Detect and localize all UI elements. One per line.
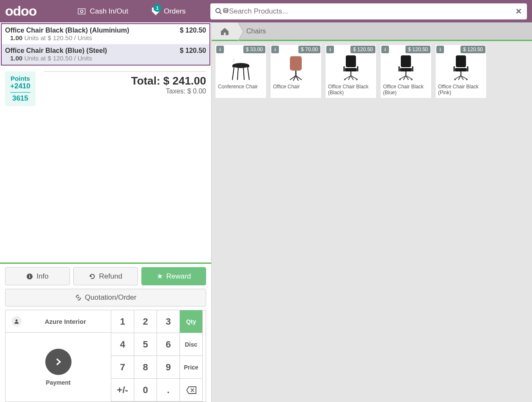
numpad-disc[interactable]: Disc <box>180 333 203 356</box>
svg-line-4 <box>220 12 221 14</box>
numpad-price[interactable]: Price <box>180 356 203 379</box>
product-name: Office Chair Black (Pink) <box>436 82 486 98</box>
svg-rect-0 <box>78 8 85 14</box>
svg-point-3 <box>216 8 220 13</box>
clear-search-icon[interactable]: ✕ <box>515 7 522 16</box>
numpad-4[interactable]: 4 <box>111 333 134 356</box>
order-line[interactable]: Office Chair Black (Black) (Aluminium) $… <box>2 24 209 44</box>
breadcrumb-category[interactable]: Chairs <box>238 22 274 40</box>
svg-rect-43 <box>455 68 467 71</box>
refund-button[interactable]: Refund <box>73 267 138 285</box>
svg-point-30 <box>356 79 358 80</box>
svg-point-8 <box>16 320 18 322</box>
product-name: Office Chair Black (Black) <box>325 82 376 98</box>
numpad: 1 2 3 Qty 4 5 6 Disc 7 8 9 Price +/- 0 . <box>111 310 203 402</box>
order-lines: Office Chair Black (Black) (Aluminium) $… <box>1 23 210 66</box>
quotation-button[interactable]: Quotation/Order <box>5 289 206 306</box>
svg-line-14 <box>243 67 244 80</box>
product-card[interactable]: i $ 120.50 Office Chair Black (Pink) <box>435 44 487 98</box>
product-card[interactable]: i $ 120.50 Office Chair Black (Black) <box>325 44 377 98</box>
product-info-icon[interactable]: i <box>436 46 444 53</box>
svg-point-29 <box>344 79 346 80</box>
product-info-icon[interactable]: i <box>216 46 224 53</box>
search-bar: ✕ <box>210 3 527 19</box>
chevron-right-icon <box>45 349 72 375</box>
orders-label: Orders <box>164 7 186 16</box>
order-taxes: Taxes: $ 0.00 <box>44 88 206 95</box>
line-detail: 1.00 Units at $ 120.50 / Units <box>5 34 206 41</box>
product-name: Office Chair <box>270 82 321 96</box>
numpad-0[interactable]: 0 <box>134 379 157 402</box>
line-price: $ 120.50 <box>180 27 206 34</box>
product-info-icon[interactable]: i <box>381 46 389 53</box>
numpad-qty[interactable]: Qty <box>180 310 203 333</box>
svg-point-40 <box>399 79 401 80</box>
numpad-dot[interactable]: . <box>157 379 180 402</box>
link-icon <box>75 294 82 301</box>
product-name: Conference Chair <box>215 82 266 96</box>
product-card[interactable]: i $ 120.50 Office Chair Black (Blue) <box>380 44 432 98</box>
product-price: $ 70.00 <box>298 46 320 53</box>
backspace-icon <box>186 386 196 394</box>
svg-point-1 <box>80 10 83 13</box>
numpad-backspace[interactable] <box>180 379 203 402</box>
loyalty-points: Points +2410 3615 <box>5 71 36 106</box>
orders-button[interactable]: 1 Orders <box>144 7 193 16</box>
svg-rect-21 <box>345 68 357 71</box>
numpad-6[interactable]: 6 <box>157 333 180 356</box>
product-price: $ 120.50 <box>350 46 375 53</box>
product-card[interactable]: i $ 70.00 Office Chair <box>270 44 322 98</box>
customer-name: Azure Interior <box>26 318 105 325</box>
line-price: $ 120.50 <box>180 47 206 55</box>
product-name: Office Chair Black (Blue) <box>380 82 431 98</box>
svg-line-12 <box>248 67 249 80</box>
order-line[interactable]: Office Chair Black (Blue) (Steel) $ 120.… <box>2 44 209 65</box>
product-card[interactable]: i $ 33.00 Conference Chair <box>215 44 267 98</box>
orders-count-badge: 1 <box>154 4 161 12</box>
product-price: $ 120.50 <box>405 46 430 53</box>
search-input[interactable] <box>229 7 515 16</box>
numpad-plusminus[interactable]: +/- <box>111 379 134 402</box>
person-icon <box>11 316 22 326</box>
svg-text:i: i <box>29 274 30 279</box>
svg-point-41 <box>411 79 413 80</box>
product-price: $ 120.50 <box>460 46 485 53</box>
odoo-logo: odoo <box>5 3 62 19</box>
home-icon <box>220 27 229 36</box>
info-button[interactable]: i Info <box>5 267 70 285</box>
payment-button[interactable]: Payment <box>6 333 111 402</box>
numpad-2[interactable]: 2 <box>134 310 157 333</box>
numpad-1[interactable]: 1 <box>111 310 134 333</box>
cash-label: Cash In/Out <box>90 7 128 16</box>
line-product-name: Office Chair Black (Blue) (Steel) <box>5 47 107 55</box>
svg-point-5 <box>223 8 228 10</box>
tag-icon: 1 <box>152 8 160 15</box>
numpad-5[interactable]: 5 <box>134 333 157 356</box>
numpad-8[interactable]: 8 <box>134 356 157 379</box>
order-panel: Office Chair Black (Black) (Aluminium) $… <box>0 22 212 402</box>
star-icon: ★ <box>157 272 163 281</box>
reward-button[interactable]: ★ Reward <box>141 267 206 285</box>
product-info-icon[interactable]: i <box>326 46 334 53</box>
customer-button[interactable]: Azure Interior <box>6 310 111 333</box>
svg-point-52 <box>466 79 468 80</box>
svg-rect-10 <box>232 66 249 67</box>
money-icon <box>78 8 85 14</box>
line-product-name: Office Chair Black (Black) (Aluminium) <box>5 27 129 34</box>
search-icon <box>215 8 229 14</box>
numpad-3[interactable]: 3 <box>157 310 180 333</box>
breadcrumb-home[interactable] <box>212 22 238 40</box>
cash-in-out-button[interactable]: Cash In/Out <box>70 7 136 16</box>
pos-header: odoo Cash In/Out 1 Orders ✕ <box>0 0 532 22</box>
svg-line-11 <box>232 67 234 80</box>
category-breadcrumb: Chairs <box>212 22 532 41</box>
numpad-9[interactable]: 9 <box>157 356 180 379</box>
numpad-7[interactable]: 7 <box>111 356 134 379</box>
svg-point-51 <box>454 79 456 80</box>
line-detail: 1.00 Units at $ 120.50 / Units <box>5 55 206 62</box>
products-grid: i $ 33.00 Conference Chair i $ 70.00 Off… <box>212 41 532 102</box>
svg-rect-32 <box>400 68 412 71</box>
svg-rect-20 <box>346 55 356 67</box>
order-total: Total: $ 241.00 <box>44 74 206 88</box>
product-info-icon[interactable]: i <box>271 46 279 53</box>
